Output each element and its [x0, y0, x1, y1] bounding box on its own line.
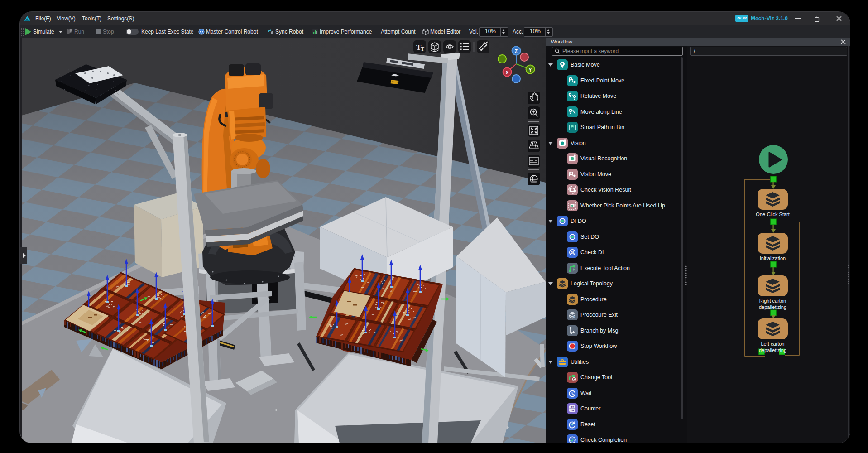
svg-text:Right carton: Right carton [759, 298, 786, 304]
svg-text:depalletizing: depalletizing [759, 304, 786, 310]
svg-text:12: 12 [571, 406, 574, 409]
svg-text:Left carton: Left carton [761, 341, 785, 347]
svg-text:One-Click Start: One-Click Start [756, 212, 790, 217]
svg-text:DI: DI [571, 251, 574, 254]
svg-text:Initialization: Initialization [760, 255, 786, 261]
svg-text:T: T [421, 46, 424, 52]
svg-text:34: 34 [571, 409, 574, 412]
svg-text:depalletizing: depalletizing [759, 347, 786, 353]
svg-text:Z: Z [515, 48, 518, 54]
svg-text:X: X [505, 70, 508, 75]
svg-text:Y: Y [528, 67, 532, 72]
